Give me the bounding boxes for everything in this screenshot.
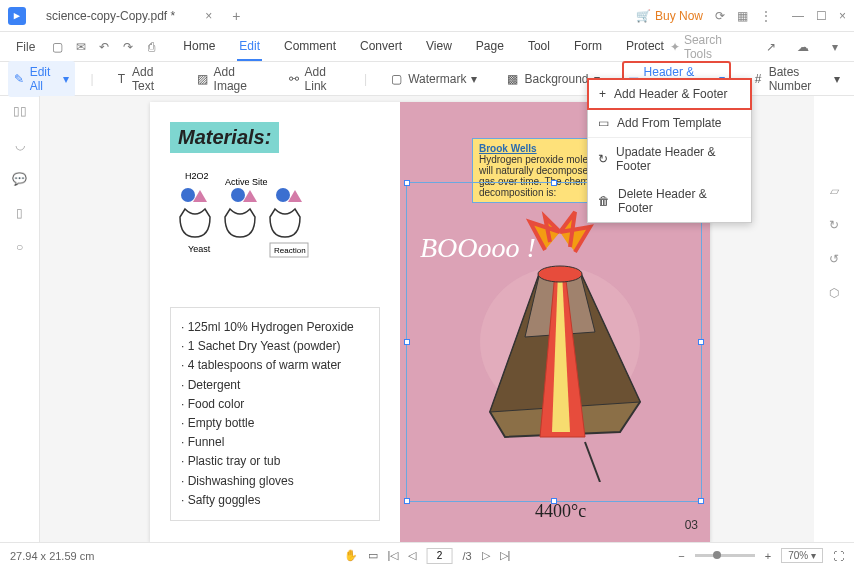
mail-icon[interactable]: ✉ [71,36,91,58]
search-panel-icon[interactable]: ○ [16,240,23,254]
select-tool-icon[interactable]: ▭ [368,549,378,562]
refresh-icon: ↻ [598,152,608,166]
list-item: 125ml 10% Hydrogen Peroxide [181,318,369,337]
dropdown-add-from-template[interactable]: ▭ Add From Template [588,109,751,137]
svg-point-1 [181,188,195,202]
close-window-icon[interactable]: × [839,9,846,23]
next-page-icon[interactable]: ▷ [482,549,490,562]
svg-point-11 [538,266,582,282]
edit-all-button[interactable]: ✎ Edit All ▾ [8,61,75,97]
add-image-button[interactable]: ▨ Add Image [191,61,266,97]
more-icon[interactable]: ⋮ [760,9,772,23]
bates-number-button[interactable]: # Bates Number ▾ [747,61,846,97]
last-page-icon[interactable]: ▷| [500,549,511,562]
bookmark-icon[interactable]: ◡ [15,138,25,152]
svg-line-12 [585,442,600,482]
chevron-down-icon: ▾ [63,72,69,86]
header-footer-dropdown: + Add Header & Footer ▭ Add From Templat… [587,78,752,223]
zoom-slider[interactable] [695,554,755,557]
list-item: 1 Sachet Dry Yeast (powder) [181,337,369,356]
svg-text:Reaction: Reaction [274,246,306,255]
search-tools[interactable]: ✦ Search Tools [670,33,744,61]
tab-form[interactable]: Form [572,33,604,61]
page-number-label: 03 [685,518,698,532]
dropdown-delete-header-footer[interactable]: 🗑 Delete Header & Footer [588,180,751,222]
h2o2-label: H2O2 [185,171,209,181]
svg-marker-4 [243,190,257,202]
tab-filename: science-copy-Copy.pdf * [46,9,175,23]
share-icon[interactable]: ↗ [760,36,782,58]
tab-page[interactable]: Page [474,33,506,61]
buy-now-button[interactable]: 🛒 Buy Now [636,9,703,23]
chemistry-diagram: H2O2 Active Site Yeast Reaction [170,167,380,267]
cloud-icon[interactable]: ⟳ [715,9,725,23]
list-item: Funnel [181,433,369,452]
bell-icon[interactable]: ▾ [824,36,846,58]
rotate-left-icon[interactable]: ↺ [829,252,839,266]
new-tab-button[interactable]: + [232,8,240,24]
print-icon[interactable]: ⎙ [142,36,162,58]
maximize-icon[interactable]: ☐ [816,9,827,23]
tab-convert[interactable]: Convert [358,33,404,61]
document-tab[interactable]: science-copy-Copy.pdf * × [34,2,224,30]
fit-page-icon[interactable]: ⛶ [833,550,844,562]
first-page-icon[interactable]: |◁ [388,549,399,562]
left-sidebar: ▯▯ ◡ 💬 ▯ ○ [0,96,40,542]
gift-icon[interactable]: ▦ [737,9,748,23]
list-item: Dishwashing gloves [181,472,369,491]
background-icon: ▩ [505,72,519,86]
materials-heading: Materials: [170,122,279,153]
tab-home[interactable]: Home [181,33,217,61]
svg-point-5 [276,188,290,202]
list-item: Plastic tray or tub [181,452,369,471]
trash-icon: 🗑 [598,194,610,208]
rotate-right-icon[interactable]: ↻ [829,218,839,232]
page-total: /3 [462,550,471,562]
add-text-button[interactable]: T Add Text [110,61,176,97]
save-icon[interactable]: ▢ [47,36,67,58]
tab-view[interactable]: View [424,33,454,61]
undo-icon[interactable]: ↶ [95,36,115,58]
page-input[interactable] [426,548,452,564]
zoom-value[interactable]: 70% ▾ [781,548,823,563]
titlebar: ▸ science-copy-Copy.pdf * × + 🛒 Buy Now … [0,0,854,32]
hand-tool-icon[interactable]: ✋ [344,549,358,562]
zoom-out-icon[interactable]: − [678,550,684,562]
attachment-icon[interactable]: ▯ [16,206,23,220]
tab-edit[interactable]: Edit [237,33,262,61]
statusbar: 27.94 x 21.59 cm ✋ ▭ |◁ ◁ /3 ▷ ▷| − + 70… [0,542,854,568]
tab-comment[interactable]: Comment [282,33,338,61]
chevron-down-icon: ▾ [471,72,477,86]
settings-icon[interactable]: ⬡ [829,286,839,300]
bates-icon: # [753,72,764,86]
tab-close-icon[interactable]: × [205,9,212,23]
dropdown-update-header-footer[interactable]: ↻ Upadate Header & Footer [588,138,751,180]
image-icon: ▨ [197,72,208,86]
dropdown-add-header-footer[interactable]: + Add Header & Footer [587,78,752,110]
tab-protect[interactable]: Protect [624,33,666,61]
list-item: Empty bottle [181,414,369,433]
zoom-in-icon[interactable]: + [765,550,771,562]
right-sidebar: ▱ ↻ ↺ ⬡ [814,96,854,542]
redo-icon[interactable]: ↷ [118,36,138,58]
file-menu[interactable]: File [8,36,43,58]
temperature-label: 4400°c [535,501,586,522]
minimize-icon[interactable]: — [792,9,804,23]
prev-page-icon[interactable]: ◁ [408,549,416,562]
crop-icon[interactable]: ▱ [830,184,839,198]
svg-point-3 [231,188,245,202]
list-item: Food color [181,395,369,414]
text-icon: T [116,72,127,86]
ingredients-list: 125ml 10% Hydrogen Peroxide 1 Sachet Dry… [170,307,380,521]
tab-tool[interactable]: Tool [526,33,552,61]
app-icon: ▸ [8,7,26,25]
watermark-icon: ▢ [389,72,403,86]
list-item: Detergent [181,376,369,395]
comment-panel-icon[interactable]: 💬 [12,172,27,186]
cloud-upload-icon[interactable]: ☁ [792,36,814,58]
template-icon: ▭ [598,116,609,130]
watermark-button[interactable]: ▢ Watermark ▾ [383,68,483,90]
svg-text:Active Site: Active Site [225,177,268,187]
thumbnails-icon[interactable]: ▯▯ [13,104,27,118]
add-link-button[interactable]: ⚯ Add Link [282,61,348,97]
